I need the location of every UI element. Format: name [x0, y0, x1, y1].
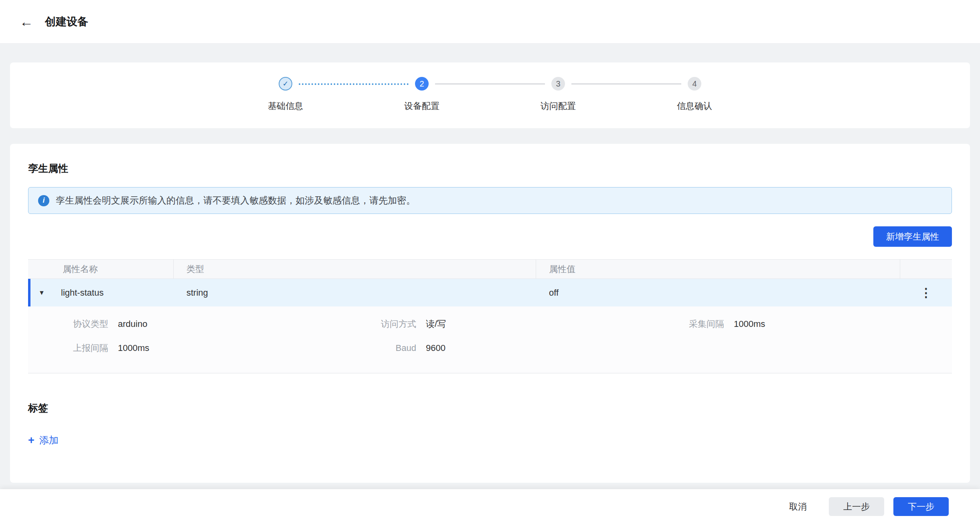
top-bar: ← 创建设备 [0, 0, 980, 44]
detail-collect-interval: 采集间隔 1000ms [644, 312, 952, 336]
footer-action-bar: 取消 上一步 下一步 [0, 489, 980, 524]
step-connector [571, 83, 681, 85]
twin-property-table: 属性名称 类型 属性值 ▼ light-status string off ⋮ … [28, 259, 952, 373]
step-number: 4 [688, 77, 701, 91]
wizard-stepper: ✓ 基础信息 2 设备配置 3 访问配置 4 信息确认 [10, 62, 970, 91]
detail-label: 采集间隔 [644, 318, 724, 330]
step-basic-info[interactable]: ✓ 基础信息 [279, 77, 292, 91]
step-label: 信息确认 [677, 100, 712, 112]
step-number: 3 [551, 77, 565, 91]
table-header-row: 属性名称 类型 属性值 [28, 260, 952, 279]
detail-value: 读/写 [426, 318, 446, 330]
column-header-actions [900, 260, 952, 278]
detail-label: 上报间隔 [28, 342, 108, 354]
property-value: off [536, 288, 900, 298]
property-name: light-status [61, 288, 103, 298]
back-button[interactable]: ← [18, 14, 34, 30]
page-title: 创建设备 [45, 14, 88, 29]
property-type: string [174, 288, 536, 298]
detail-empty-cell [644, 336, 952, 360]
step-label: 访问配置 [541, 100, 576, 112]
twin-alert-text: 孪生属性会明文展示所输入的信息，请不要填入敏感数据，如涉及敏感信息，请先加密。 [56, 194, 415, 207]
column-header-value: 属性值 [536, 260, 900, 278]
twin-toolbar: 新增孪生属性 [28, 226, 952, 247]
step-number-active: 2 [415, 77, 429, 91]
detail-label: 协议类型 [28, 318, 108, 330]
row-expanded-detail: 协议类型 arduino 访问方式 读/写 采集间隔 1000ms 上报间隔 1… [28, 306, 952, 373]
step-confirm-info[interactable]: 4 信息确认 [688, 77, 701, 91]
table-row[interactable]: ▼ light-status string off ⋮ [28, 279, 952, 306]
detail-value: 1000ms [734, 319, 765, 329]
column-header-name: 属性名称 [28, 260, 174, 278]
column-header-type: 类型 [174, 260, 536, 278]
previous-step-button[interactable]: 上一步 [829, 497, 884, 516]
wizard-stepper-card: ✓ 基础信息 2 设备配置 3 访问配置 4 信息确认 [10, 62, 970, 128]
device-config-card: 孪生属性 i 孪生属性会明文展示所输入的信息，请不要填入敏感数据，如涉及敏感信息… [10, 144, 970, 483]
step-label: 基础信息 [268, 100, 303, 112]
tags-section-title: 标签 [28, 401, 952, 415]
twin-section-title: 孪生属性 [28, 162, 952, 175]
cancel-button[interactable]: 取消 [789, 501, 807, 513]
step-device-config[interactable]: 2 设备配置 [415, 77, 429, 91]
step-access-config[interactable]: 3 访问配置 [551, 77, 565, 91]
detail-report-interval: 上报间隔 1000ms [28, 336, 336, 360]
row-more-actions-icon[interactable]: ⋮ [916, 287, 936, 299]
add-tag-label: 添加 [39, 434, 59, 447]
step-label: 设备配置 [404, 100, 439, 112]
expand-row-toggle[interactable]: ▼ [36, 289, 47, 296]
detail-label: Baud [336, 343, 416, 353]
detail-value: arduino [118, 319, 147, 329]
twin-info-alert: i 孪生属性会明文展示所输入的信息，请不要填入敏感数据，如涉及敏感信息，请先加密… [28, 187, 952, 214]
next-step-button[interactable]: 下一步 [893, 497, 949, 516]
detail-value: 9600 [426, 343, 445, 353]
detail-access-mode: 访问方式 读/写 [336, 312, 644, 336]
detail-value: 1000ms [118, 343, 149, 353]
detail-baud: Baud 9600 [336, 336, 644, 360]
step-connector [435, 83, 545, 85]
plus-icon: + [28, 435, 34, 446]
info-icon: i [38, 195, 49, 206]
detail-protocol-type: 协议类型 arduino [28, 312, 336, 336]
detail-label: 访问方式 [336, 318, 416, 330]
add-twin-property-button[interactable]: 新增孪生属性 [873, 226, 952, 247]
step-connector-dotted [299, 83, 409, 85]
step-check-icon: ✓ [279, 77, 292, 91]
add-tag-link[interactable]: + 添加 [28, 434, 59, 447]
